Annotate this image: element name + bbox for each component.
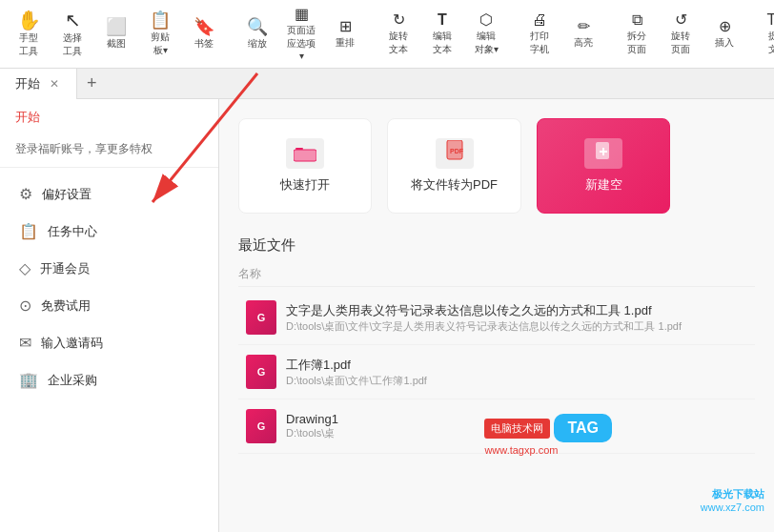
page-adapt-icon: ▦	[295, 7, 309, 22]
tool-clipboard[interactable]: 📋 剪贴板▾	[139, 4, 181, 65]
insert-icon: ⊕	[719, 19, 731, 34]
sidebar-menu: ⚙ 偏好设置 📋 任务中心 ◇ 开通会员 ⊙ 免费试用 ✉ 输入邀请码 🏢 企业	[0, 168, 218, 406]
tool-rotate-page[interactable]: ↺ 旋转页面	[660, 4, 702, 65]
tool-print[interactable]: 🖨 打印字机	[519, 4, 560, 65]
tool-highlight-label: 高亮	[574, 36, 593, 50]
recent-files-title: 最近文件	[238, 236, 755, 255]
file-name-1: 文字是人类用表义符号记录表达信息以传之久远的方式和工具 1.pdf	[286, 302, 747, 319]
new-blank-label: 新建空	[585, 176, 622, 194]
file-icon-1: G	[246, 300, 276, 335]
col-header-name: 名称	[238, 262, 755, 287]
tool-select-label: 选择工具	[63, 31, 82, 58]
membership-icon: ◇	[19, 259, 31, 277]
settings-icon: ⚙	[19, 185, 32, 203]
sidebar-item-invite[interactable]: ✉ 输入邀请码	[0, 324, 218, 361]
tool-bookmark[interactable]: 🔖 书签	[183, 4, 225, 65]
tool-edit-text[interactable]: T 编辑文本	[421, 4, 463, 65]
sidebar-login[interactable]: 登录福昕账号，享更多特权	[0, 135, 218, 168]
file-info-3: Drawing1 D:\tools\桌	[286, 412, 747, 440]
file-name-2: 工作簿1.pdf	[286, 357, 747, 374]
file-item-1[interactable]: G 文字是人类用表义符号记录表达信息以传之久远的方式和工具 1.pdf D:\t…	[238, 291, 755, 345]
tool-zoom[interactable]: 🔍 缩放	[236, 4, 278, 65]
tab-add-button[interactable]: +	[77, 69, 107, 99]
highlight-icon: ✏	[578, 19, 590, 34]
tool-highlight[interactable]: ✏ 高亮	[562, 4, 604, 65]
recent-files-section: 最近文件 名称 G 文字是人类用表义符号记录表达信息以传之久远的方式和工具 1.…	[238, 236, 755, 454]
tool-select[interactable]: ↖ 选择工具	[51, 4, 93, 65]
tool-rearrange-label: 重排	[336, 36, 355, 50]
tool-extract[interactable]: T⇑ 提取文字	[757, 4, 774, 65]
main-layout: 开始 登录福昕账号，享更多特权 ⚙ 偏好设置 📋 任务中心 ◇ 开通会员 ⊙ 免…	[0, 99, 774, 532]
tool-rotate-page-label: 旋转页面	[671, 30, 690, 56]
tool-bookmark-label: 书签	[194, 37, 214, 51]
sidebar-item-trial[interactable]: ⊙ 免费试用	[0, 287, 218, 324]
convert-pdf-icon: PDF	[436, 138, 474, 169]
tool-rotate-text[interactable]: ↻ 旋转文本	[377, 4, 419, 65]
tool-split-label: 拆分页面	[627, 30, 646, 56]
tool-screenshot[interactable]: ⬜ 截图	[95, 4, 137, 65]
print-icon: 🖨	[532, 12, 547, 28]
tool-hand-label: 手型 工具	[13, 31, 44, 58]
sidebar-item-tasks-label: 任务中心	[48, 223, 97, 240]
tool-edit-obj[interactable]: ⬡ 编辑对象▾	[465, 4, 507, 65]
extract-icon: T⇑	[767, 12, 774, 28]
file-item-2[interactable]: G 工作簿1.pdf D:\tools\桌面\文件\工作簿1.pdf	[238, 345, 755, 399]
clipboard-icon: 📋	[150, 11, 171, 29]
rotate-text-icon: ↻	[393, 12, 405, 28]
tab-start[interactable]: 开始 ✕	[0, 69, 77, 99]
content-area: 快速打开 PDF 将文件转为PDF 新建空 最近文件 名称 G	[219, 99, 774, 532]
file-path-1: D:\tools\桌面\文件\文字是人类用表义符号记录表达信息以传之久远的方式和…	[286, 319, 747, 334]
sidebar-item-enterprise[interactable]: 🏢 企业采购	[0, 361, 218, 399]
svg-text:PDF: PDF	[450, 148, 464, 154]
tool-screenshot-label: 截图	[107, 37, 126, 51]
tab-start-label: 开始	[15, 75, 40, 92]
quick-actions: 快速打开 PDF 将文件转为PDF 新建空	[238, 118, 755, 214]
sidebar-item-trial-label: 免费试用	[41, 297, 91, 315]
split-icon: ⧉	[632, 12, 642, 28]
quick-open-label: 快速打开	[280, 176, 330, 194]
sidebar-item-membership[interactable]: ◇ 开通会员	[0, 250, 218, 287]
tool-clipboard-label: 剪贴板▾	[151, 31, 170, 57]
new-blank-card[interactable]: 新建空	[537, 118, 670, 214]
edit-text-icon: T	[438, 12, 447, 28]
quick-open-icon	[286, 138, 324, 169]
quick-open-card[interactable]: 快速打开	[238, 118, 372, 214]
trial-icon: ⊙	[19, 297, 31, 315]
sidebar-item-membership-label: 开通会员	[40, 260, 90, 277]
rearrange-icon: ⊞	[339, 19, 352, 34]
svg-rect-1	[294, 150, 316, 161]
sidebar-item-tasks[interactable]: 📋 任务中心	[0, 213, 218, 250]
enterprise-icon: 🏢	[19, 371, 38, 389]
tool-edit-obj-label: 编辑对象▾	[475, 30, 499, 56]
file-icon-2: G	[246, 355, 276, 389]
invite-icon: ✉	[19, 334, 31, 352]
sidebar-item-invite-label: 输入邀请码	[41, 335, 103, 352]
zoom-icon: 🔍	[247, 18, 268, 35]
tab-close-button[interactable]: ✕	[48, 75, 61, 92]
tool-page-adapt-label: 页面适应选项▾	[286, 24, 316, 61]
tasks-icon: 📋	[19, 222, 38, 240]
file-path-3: D:\tools\桌	[286, 426, 747, 440]
file-icon-3: G	[246, 409, 276, 443]
tool-print-label: 打印字机	[530, 30, 549, 56]
file-info-1: 文字是人类用表义符号记录表达信息以传之久远的方式和工具 1.pdf D:\too…	[286, 302, 747, 334]
tool-page-adapt[interactable]: ▦ 页面适应选项▾	[280, 4, 322, 65]
tool-extract-label: 提取文字	[768, 30, 774, 56]
sidebar: 开始 登录福昕账号，享更多特权 ⚙ 偏好设置 📋 任务中心 ◇ 开通会员 ⊙ 免…	[0, 99, 219, 532]
sidebar-item-enterprise-label: 企业采购	[48, 372, 97, 389]
file-item-3[interactable]: G Drawing1 D:\tools\桌	[238, 399, 755, 454]
rotate-page-icon: ↺	[675, 12, 687, 28]
tool-rearrange[interactable]: ⊞ 重排	[324, 4, 366, 65]
new-blank-icon	[584, 138, 622, 169]
sidebar-header: 开始	[0, 99, 218, 135]
tool-hand[interactable]: ✋ 手型 工具	[8, 4, 50, 65]
tool-insert[interactable]: ⊕ 插入	[703, 4, 745, 65]
sidebar-item-settings[interactable]: ⚙ 偏好设置	[0, 175, 218, 213]
toolbar: ✋ 手型 工具 ↖ 选择工具 ⬜ 截图 📋 剪贴板▾ 🔖 书签 🔍 缩放 ▦ 页…	[0, 0, 774, 69]
tool-rotate-text-label: 旋转文本	[389, 30, 408, 56]
tool-insert-label: 插入	[715, 36, 734, 50]
bookmark-icon: 🔖	[194, 18, 214, 35]
tool-split[interactable]: ⧉ 拆分页面	[616, 4, 658, 65]
convert-pdf-card[interactable]: PDF 将文件转为PDF	[387, 118, 521, 214]
tool-zoom-label: 缩放	[248, 37, 267, 51]
